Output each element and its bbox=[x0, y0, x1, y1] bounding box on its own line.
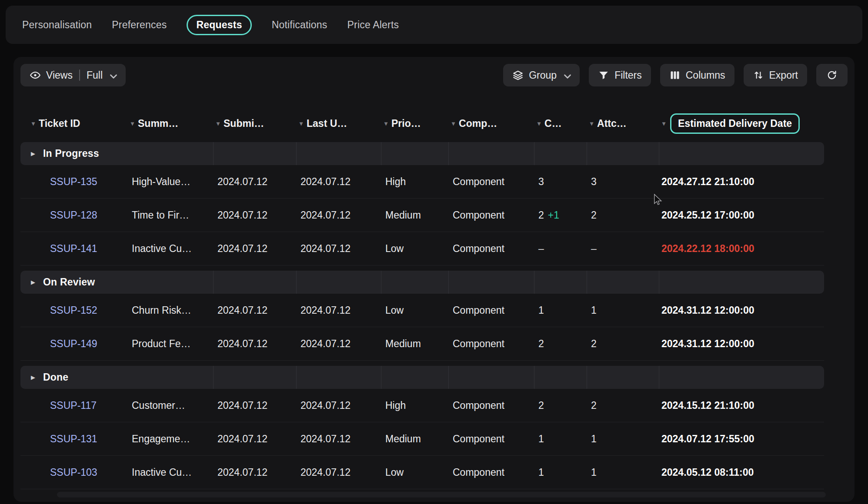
summary-cell: Inactive Cu… bbox=[127, 467, 213, 478]
last-updated-cell: 2024.07.12 bbox=[296, 400, 381, 411]
table-row[interactable]: SSUP-128 Time to Fir… 2024.07.12 2024.07… bbox=[20, 199, 824, 232]
horizontal-scrollbar[interactable] bbox=[57, 492, 826, 497]
group-row-done[interactable]: ▶ Done bbox=[20, 366, 824, 389]
column-header-last-updated[interactable]: ▾ Last U… bbox=[296, 118, 381, 129]
priority-cell: Medium bbox=[381, 209, 448, 221]
ticket-id-link[interactable]: SSUP-128 bbox=[20, 209, 127, 221]
column-label: Last U… bbox=[307, 118, 347, 129]
column-header-priority[interactable]: ▾ Prio… bbox=[381, 118, 448, 129]
views-button[interactable]: Views Full bbox=[20, 64, 126, 86]
chevron-down-icon: ▾ bbox=[300, 120, 303, 126]
group-cell bbox=[381, 366, 448, 389]
count-cell: 1 bbox=[534, 305, 587, 316]
column-header-estimated-delivery[interactable]: ▾ Estimated Delivery Date bbox=[659, 113, 848, 134]
column-header-c[interactable]: ▾ C… bbox=[534, 118, 587, 129]
chevron-down-icon: ▾ bbox=[662, 120, 665, 126]
table-row[interactable]: SSUP-149 Product Fe… 2024.07.12 2024.07.… bbox=[20, 327, 824, 361]
ticket-id-link[interactable]: SSUP-117 bbox=[20, 400, 127, 411]
ticket-id-link[interactable]: SSUP-131 bbox=[20, 433, 127, 445]
priority-cell: Medium bbox=[381, 433, 448, 445]
refresh-icon bbox=[826, 70, 838, 81]
table-row[interactable]: SSUP-135 High-Value… 2024.07.12 2024.07.… bbox=[20, 165, 824, 199]
group-cell bbox=[213, 271, 296, 294]
table-row[interactable]: SSUP-117 Customer… 2024.07.12 2024.07.12… bbox=[20, 389, 824, 422]
chevron-down-icon bbox=[562, 71, 571, 80]
columns-icon bbox=[669, 70, 681, 81]
group-cell bbox=[381, 142, 448, 165]
count-value: 1 bbox=[538, 433, 544, 444]
group-cell bbox=[587, 271, 659, 294]
column-header-attachments[interactable]: ▾ Attc… bbox=[587, 118, 659, 129]
chevron-down-icon: ▾ bbox=[131, 120, 134, 126]
ticket-id-link[interactable]: SSUP-152 bbox=[20, 305, 127, 316]
count-cell: 3 bbox=[534, 176, 587, 188]
filters-button[interactable]: Filters bbox=[589, 64, 651, 86]
table-row[interactable]: SSUP-141 Inactive Cu… 2024.07.12 2024.07… bbox=[20, 232, 824, 265]
delivery-date-cell: 2024.05.12 08:11:00 bbox=[659, 467, 824, 478]
column-label: Prio… bbox=[391, 118, 421, 129]
group-cell bbox=[448, 366, 534, 389]
last-updated-cell: 2024.07.12 bbox=[296, 467, 381, 478]
tab-preferences[interactable]: Preferences bbox=[112, 19, 167, 31]
group-cell bbox=[448, 142, 534, 165]
priority-cell: Low bbox=[381, 243, 448, 255]
attachments-cell: 1 bbox=[587, 305, 659, 316]
component-cell: Component bbox=[448, 467, 534, 478]
group-name: In Progress bbox=[43, 148, 99, 159]
delivery-date-cell: 2024.31.12 12:00:00 bbox=[659, 338, 824, 350]
group-cell bbox=[659, 142, 824, 165]
count-value: 2 bbox=[538, 209, 544, 221]
export-button[interactable]: Export bbox=[744, 64, 807, 86]
tab-requests[interactable]: Requests bbox=[187, 15, 251, 35]
chevron-down-icon: ▾ bbox=[217, 120, 220, 126]
group-name: Done bbox=[43, 371, 68, 383]
group-cell bbox=[448, 271, 534, 294]
toolbar-actions: Group Filters Col bbox=[503, 64, 848, 86]
submitted-cell: 2024.07.12 bbox=[213, 467, 296, 478]
group-cell bbox=[659, 366, 824, 389]
group-cell bbox=[587, 366, 659, 389]
column-header-component[interactable]: ▾ Comp… bbox=[448, 118, 534, 129]
table-row[interactable]: SSUP-152 Churn Risk… 2024.07.12 2024.07.… bbox=[20, 294, 824, 327]
group-header: ▶ Done bbox=[20, 366, 213, 389]
ticket-id-link[interactable]: SSUP-149 bbox=[20, 338, 127, 350]
column-label: Comp… bbox=[459, 118, 497, 129]
count-value: 3 bbox=[538, 176, 544, 187]
count-value: 2 bbox=[538, 400, 544, 411]
group-cell bbox=[296, 366, 381, 389]
ticket-id-link[interactable]: SSUP-103 bbox=[20, 467, 127, 478]
delivery-date-cell: 2024.25.12 17:00:00 bbox=[659, 209, 824, 221]
count-extra-badge: +1 bbox=[548, 209, 559, 221]
column-header-summary[interactable]: ▾ Summ… bbox=[127, 118, 213, 129]
expand-triangle-icon[interactable]: ▶ bbox=[31, 375, 35, 380]
group-row-in-progress[interactable]: ▶ In Progress bbox=[20, 142, 824, 165]
column-header-ticket-id[interactable]: ▾ Ticket ID bbox=[20, 118, 127, 129]
columns-button[interactable]: Columns bbox=[660, 64, 734, 86]
ticket-id-link[interactable]: SSUP-141 bbox=[20, 243, 127, 255]
attachments-cell: 1 bbox=[587, 433, 659, 445]
tab-price-alerts[interactable]: Price Alerts bbox=[347, 19, 399, 31]
column-header-submitted[interactable]: ▾ Submi… bbox=[213, 118, 296, 129]
table-row[interactable]: SSUP-131 Engageme… 2024.07.12 2024.07.12… bbox=[20, 422, 824, 456]
summary-cell: Time to Fir… bbox=[127, 209, 213, 221]
group-cell bbox=[534, 366, 587, 389]
group-row-on-review[interactable]: ▶ On Review bbox=[20, 271, 824, 294]
tab-notifications[interactable]: Notifications bbox=[272, 19, 327, 31]
group-name: On Review bbox=[43, 276, 95, 288]
priority-cell: Medium bbox=[381, 338, 448, 350]
expand-triangle-icon[interactable]: ▶ bbox=[31, 151, 35, 156]
table-row[interactable]: SSUP-103 Inactive Cu… 2024.07.12 2024.07… bbox=[20, 456, 824, 489]
group-cell bbox=[659, 271, 824, 294]
attachments-cell: – bbox=[587, 243, 659, 255]
count-value: 2 bbox=[538, 338, 544, 349]
summary-cell: High-Value… bbox=[127, 176, 213, 188]
group-button[interactable]: Group bbox=[503, 64, 580, 86]
tab-personalisation[interactable]: Personalisation bbox=[22, 19, 92, 31]
summary-cell: Product Fe… bbox=[127, 338, 213, 350]
layers-icon bbox=[512, 70, 524, 81]
summary-cell: Churn Risk… bbox=[127, 305, 213, 316]
expand-triangle-icon[interactable]: ▶ bbox=[31, 279, 35, 285]
ticket-id-link[interactable]: SSUP-135 bbox=[20, 176, 127, 188]
refresh-button[interactable] bbox=[816, 64, 848, 86]
count-cell: 1 bbox=[534, 467, 587, 478]
